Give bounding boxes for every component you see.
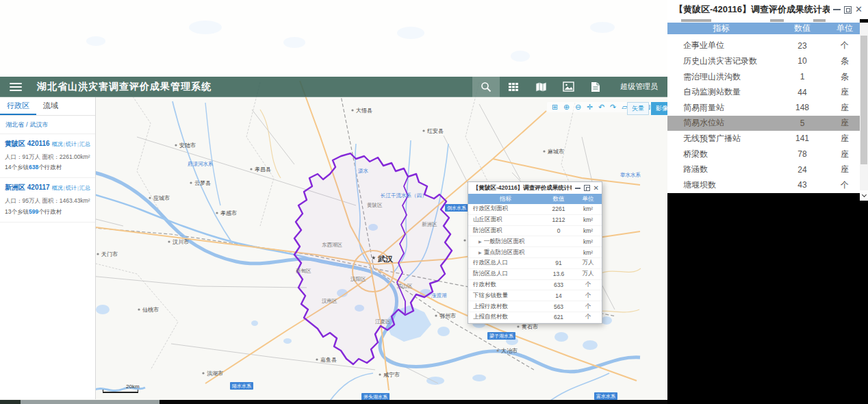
district-link-概况[interactable]: 概况	[52, 141, 63, 147]
map-label: 江夏区	[375, 318, 391, 325]
minimize-icon[interactable]	[833, 9, 841, 10]
table-row[interactable]: 自动监测站数量44座	[667, 84, 860, 100]
table-icon	[508, 81, 519, 92]
table-row[interactable]: 路涵数24座	[667, 162, 860, 177]
district-link-汇总[interactable]: 汇总	[79, 141, 90, 147]
dialog-window-controls: ✕	[572, 185, 599, 192]
table-row[interactable]: 需治理山洪沟数1条	[667, 69, 860, 85]
map-label: 汉阳区	[350, 276, 366, 282]
table-row[interactable]: 桥梁数78座	[667, 147, 860, 162]
row-unit: 座	[830, 149, 860, 160]
stats-panel-titlebar[interactable]: 【黄陂区-420116】调查评价成果统计表 ✕	[667, 0, 868, 19]
report-button[interactable]	[582, 77, 609, 97]
row-value: 78	[775, 149, 830, 159]
district-name[interactable]: 新洲区 420117	[5, 183, 50, 192]
row-unit: 万人	[574, 270, 602, 278]
col-indicator: 指标	[667, 23, 775, 34]
map-label: 洪湖市	[207, 370, 223, 377]
table-row[interactable]: 简易水位站5座	[667, 116, 860, 131]
row-unit: 条	[830, 55, 860, 67]
toolbar-actions: 超级管理员	[472, 77, 667, 97]
row-indicator: 上报行政村数	[468, 303, 543, 311]
restore-icon[interactable]	[584, 185, 590, 191]
row-value: 10	[775, 56, 830, 66]
row-indicator: 行政区划面积	[468, 205, 543, 213]
table-row[interactable]: 塘堰坝数43个	[667, 177, 860, 193]
row-value: 23	[775, 41, 830, 51]
restore-icon[interactable]	[844, 6, 852, 14]
scrollbar[interactable]	[860, 23, 868, 201]
tab-流域[interactable]: 流域	[36, 97, 65, 115]
water-label-chip: 富水水系	[594, 392, 617, 400]
map-label: 新洲区	[422, 221, 437, 227]
row-indicator: 路涵数	[667, 164, 775, 175]
map-label: 府澴河水系	[188, 161, 214, 167]
table-row[interactable]: 无线预警广播站141座	[667, 131, 860, 147]
search-button[interactable]	[472, 77, 500, 97]
city-marker	[149, 197, 151, 199]
district-towns: 14个乡镇638个行政村	[5, 164, 90, 172]
close-icon[interactable]: ✕	[855, 6, 863, 13]
district-link-汇总[interactable]: 汇总	[79, 185, 90, 191]
row-unit: 个	[830, 40, 860, 51]
row-unit: 座	[830, 86, 860, 98]
minimize-icon[interactable]	[575, 188, 580, 189]
scrollbar-thumb[interactable]	[860, 36, 867, 164]
menu-icon[interactable]	[10, 83, 22, 91]
table-row[interactable]: 防治区总人口13.6万人	[468, 269, 602, 280]
district-link-概况[interactable]: 概况	[52, 185, 63, 191]
table-row[interactable]: ▶重点防治区面积km²	[468, 247, 602, 258]
table-row[interactable]: 上报自然村数621个	[468, 312, 602, 323]
city-marker	[138, 308, 140, 310]
table-row[interactable]: 行政村数633个	[468, 280, 602, 291]
map-button[interactable]	[527, 77, 554, 97]
table-row[interactable]: 简易雨量站148座	[667, 100, 860, 116]
table-row[interactable]: 下辖乡镇数量14个	[468, 290, 602, 301]
map-label: 仙桃市	[142, 307, 159, 313]
district-link-统计[interactable]: 统计	[66, 141, 77, 147]
expand-arrow-icon[interactable]: ▶	[478, 240, 482, 244]
col-unit: 单位	[574, 195, 602, 203]
map-label: 武汉	[377, 255, 394, 263]
table-row[interactable]: 行政区总人口91万人	[468, 258, 602, 269]
previous-view-icon[interactable]: ↶	[597, 103, 606, 112]
breadcrumb-province[interactable]: 湖北省	[5, 121, 24, 128]
zoom-out-icon[interactable]: ⊖	[574, 103, 583, 112]
breadcrumb-city[interactable]: 武汉市	[30, 121, 49, 128]
row-unit: 个	[574, 292, 602, 300]
zoom-in-icon[interactable]: ⊕	[562, 103, 571, 112]
district-links: 概况|统计|汇总	[52, 140, 90, 148]
dialog-titlebar[interactable]: 【黄陂区-420116】调查评价成果统计表 ✕	[468, 182, 602, 194]
table-row[interactable]: 历史山洪灾害记录数10条	[667, 53, 860, 69]
image-button[interactable]	[554, 77, 582, 97]
table-row[interactable]: 山丘区面积1212km²	[468, 215, 602, 226]
table-row[interactable]: 上报行政村数563个	[468, 301, 602, 312]
district-link-统计[interactable]: 统计	[66, 185, 77, 191]
row-indicator: 桥梁数	[667, 149, 775, 160]
table-row[interactable]: 防治区面积0km²	[468, 226, 602, 237]
basemap-vector-button[interactable]: 矢量	[627, 102, 649, 115]
district-list: 黄陂区 420116概况|统计|汇总人口：91万人 面积：2261.00km²1…	[0, 134, 95, 223]
district-card: 黄陂区 420116概况|统计|汇总人口：91万人 面积：2261.00km²1…	[0, 134, 95, 178]
col-unit: 单位	[830, 23, 860, 34]
full-extent-icon[interactable]: ⊞	[550, 103, 559, 112]
row-unit: 座	[830, 133, 860, 144]
current-user-label[interactable]: 超级管理员	[620, 81, 658, 92]
row-value: 91	[543, 260, 574, 266]
scroll-down-button[interactable]	[860, 190, 868, 201]
row-value: 14	[543, 292, 574, 299]
table-row[interactable]: 企事业单位23个	[667, 38, 860, 54]
table-button[interactable]	[500, 77, 527, 97]
close-icon[interactable]: ✕	[593, 185, 599, 192]
table-row[interactable]: 行政区划面积2261km²	[468, 204, 602, 215]
breadcrumb[interactable]: 湖北省/武汉市	[0, 116, 95, 134]
map-label: 云梦县	[194, 180, 211, 186]
next-view-icon[interactable]: ↷	[609, 103, 617, 112]
table-row[interactable]: ▶一般防治区面积km²	[468, 236, 602, 247]
row-unit: 座	[830, 102, 860, 114]
tab-行政区[interactable]: 行政区	[0, 97, 36, 115]
district-name[interactable]: 黄陂区 420116	[5, 139, 50, 149]
row-unit: 座	[830, 117, 860, 129]
expand-arrow-icon[interactable]: ▶	[478, 251, 482, 255]
pan-icon[interactable]: ✛	[585, 103, 594, 112]
